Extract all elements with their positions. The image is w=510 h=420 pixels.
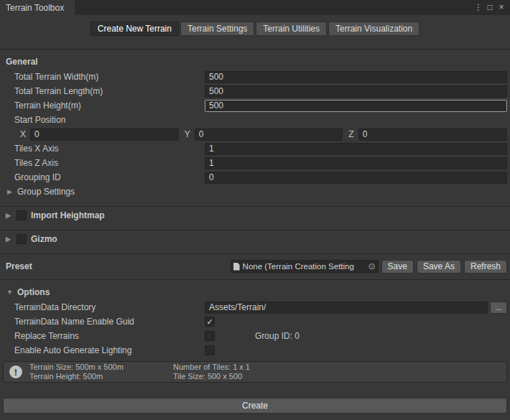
terrain-height-row: Terrain Height(m) [0,98,510,113]
info-left-column: Terrain Size: 500m x 500m Terrain Height… [29,363,166,381]
maximize-icon[interactable]: □ [484,0,496,15]
grouping-id-label: Grouping ID [14,172,205,182]
save-button[interactable]: Save [381,260,414,274]
tiles-z-row: Tiles Z Axis [0,156,510,170]
terrain-width-row: Total Terrain Width(m) [0,70,510,84]
grouping-id-input[interactable] [205,172,507,184]
preset-label: Preset [6,261,32,271]
options-foldout[interactable]: ▼ Options [0,284,510,300]
separator [0,279,510,280]
name-enable-guid-label: TerrainData Name Enable Guid [14,317,205,327]
window-title: Terrain Toolbox [6,3,64,13]
tab-terrain-settings[interactable]: Terrain Settings [180,22,254,36]
general-section-header: General [0,54,510,70]
gizmo-section[interactable]: ▶ Gizmo [0,230,510,248]
toolbar: Create New Terrain Terrain Settings Terr… [0,15,510,42]
name-enable-guid-row: TerrainData Name Enable Guid ✓ [0,314,510,329]
start-z-input[interactable] [358,129,507,141]
terrain-length-label: Total Terrain Length(m) [14,86,205,96]
x-axis-label: X [20,129,26,139]
terrain-height-label: Terrain Height(m) [14,101,205,111]
replace-terrains-checkbox[interactable] [205,331,215,341]
separator [0,49,510,50]
tiles-z-input[interactable] [205,157,507,169]
titlebar-icons: ⋮ □ × [473,0,510,15]
preset-object-field[interactable]: None (Terrain Creation Setting ⊙ [231,260,379,273]
info-right-column: Number of Tiles: 1 x 1 Tile Size: 500 x … [173,363,250,381]
terrain-length-row: Total Terrain Length(m) [0,84,510,98]
auto-generate-lighting-label: Enable Auto Generate Lighting [14,345,205,355]
terraindata-directory-input[interactable] [205,302,488,314]
y-group: Y [185,129,343,141]
z-group: Z [348,129,507,141]
auto-generate-lighting-row: Enable Auto Generate Lighting [0,343,510,358]
name-enable-guid-checkbox[interactable]: ✓ [205,317,215,327]
terraindata-directory-row: TerrainData Directory ... [0,300,510,314]
start-y-input[interactable] [195,129,343,141]
tiles-x-row: Tiles X Axis [0,141,510,156]
number-of-tiles-text: Number of Tiles: 1 x 1 [173,363,250,372]
group-settings-foldout[interactable]: ▶ Group Settings [0,185,510,199]
foldout-expanded-icon[interactable]: ▼ [6,289,14,296]
checkmark-icon: ✓ [206,318,213,326]
terrain-info-box: ! Terrain Size: 500m x 500m Terrain Heig… [3,361,507,383]
tiles-z-label: Tiles Z Axis [14,158,205,168]
asset-file-icon [233,263,240,271]
tiles-x-label: Tiles X Axis [14,144,205,154]
browse-button[interactable]: ... [490,302,507,314]
tab-create-new-terrain[interactable]: Create New Terrain [91,22,179,36]
window-tab[interactable]: Terrain Toolbox [0,0,75,15]
create-row: Create [0,398,510,414]
import-heightmap-checkbox[interactable] [17,210,27,220]
create-button[interactable]: Create [3,398,507,414]
terrain-toolbox-window: Terrain Toolbox ⋮ □ × Create New Terrain… [0,0,510,414]
preset-row: Preset None (Terrain Creation Setting ⊙ … [0,258,510,275]
grouping-id-row: Grouping ID [0,170,510,185]
y-axis-label: Y [185,129,190,139]
z-axis-label: Z [348,129,353,139]
foldout-collapsed-icon: ▶ [6,188,14,195]
options-header-label: Options [17,287,50,297]
terrain-length-input[interactable] [205,85,507,98]
group-settings-label: Group Settings [17,187,75,197]
kebab-menu-icon[interactable]: ⋮ [473,0,484,15]
gizmo-label: Gizmo [31,234,57,244]
tile-size-text: Tile Size: 500 x 500 [173,372,250,381]
import-heightmap-section[interactable]: ▶ Import Heightmap [0,207,510,224]
replace-terrains-label: Replace Terrains [14,331,205,341]
foldout-collapsed-icon[interactable]: ▶ [4,235,12,243]
terrain-height-input[interactable] [205,100,507,112]
foldout-collapsed-icon[interactable]: ▶ [4,212,12,219]
start-position-xyz-row: X Y Z [0,127,510,141]
terrain-width-label: Total Terrain Width(m) [14,72,205,82]
info-icon: ! [9,365,22,378]
tab-terrain-utilities[interactable]: Terrain Utilities [256,22,327,36]
import-heightmap-label: Import Heightmap [31,210,105,220]
replace-terrains-row: Replace Terrains Group ID: 0 [0,329,510,343]
start-position-row: Start Position [0,113,510,127]
save-as-button[interactable]: Save As [417,260,461,274]
object-picker-icon[interactable]: ⊙ [368,261,376,271]
auto-generate-lighting-checkbox[interactable] [205,345,215,355]
refresh-button[interactable]: Refresh [464,260,507,274]
terraindata-directory-label: TerrainData Directory [14,302,205,312]
start-position-label: Start Position [14,115,205,125]
terrain-width-input[interactable] [205,71,507,83]
group-id-text: Group ID: 0 [255,331,300,341]
close-icon[interactable]: × [496,0,507,15]
gizmo-checkbox[interactable] [17,234,27,244]
general-header-label: General [6,57,38,67]
separator [0,253,510,254]
start-x-input[interactable] [30,129,179,141]
tab-terrain-visualization[interactable]: Terrain Visualization [328,22,419,36]
preset-object-value: None (Terrain Creation Setting [243,262,367,271]
terrain-size-text: Terrain Size: 500m x 500m [29,363,166,372]
titlebar: Terrain Toolbox ⋮ □ × [0,0,510,15]
tiles-x-input[interactable] [205,143,507,155]
terrain-height-text: Terrain Height: 500m [29,372,166,381]
x-group: X [20,129,179,141]
tab-group: Create New Terrain Terrain Settings Terr… [91,22,419,36]
